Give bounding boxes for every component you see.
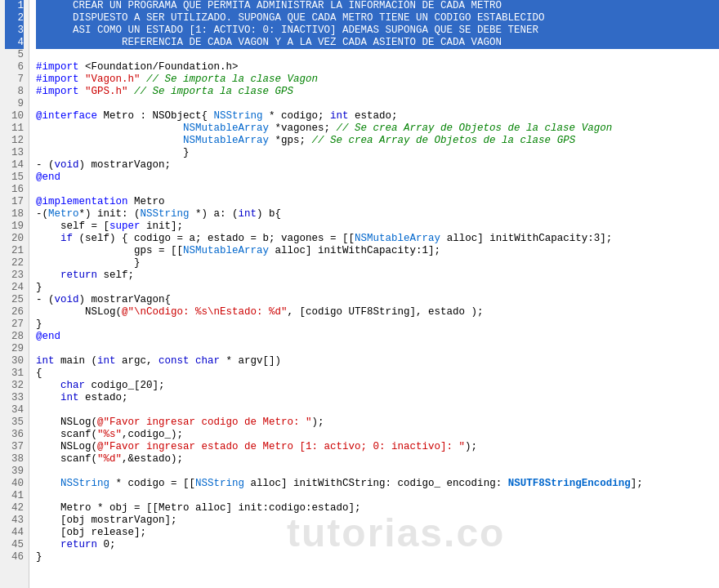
code-line: NSString * codigo = [[NSString alloc] in… [36,478,719,490]
code-line: if (self) { codigo = a; estado = b; vago… [36,233,719,245]
code-line: int estado; [36,392,719,404]
code-line [36,466,719,478]
line-number: 32 [5,380,24,392]
code-line: { [36,368,719,380]
code-line: -(Metro*) init: (NSString *) a: (int) b{ [36,208,719,220]
line-number: 16 [5,184,24,196]
code-line [36,404,719,416]
code-line: char codigo_[20]; [36,380,719,392]
line-numbers: 1234567891011121314151617181920212223242… [0,0,29,588]
code-line: Metro * obj = [[Metro alloc] init:codigo… [36,502,719,514]
line-number: 39 [5,466,24,478]
code-line: } [36,257,719,270]
line-number: 38 [5,453,24,466]
code-line: NSLog(@"Favor ingresar estado de Metro [… [36,441,719,453]
line-number: 25 [5,294,24,306]
code-line: return self; [36,270,719,282]
code-line: gps = [[NSMutableArray alloc] initWithCa… [36,245,719,257]
line-number: 17 [5,196,24,208]
code-line: #import "Vagon.h" // Se importa la clase… [36,74,719,86]
line-number: 35 [5,416,24,429]
code-line: #import "GPS.h" // Se importa la clase G… [36,86,719,98]
line-number: 23 [5,270,24,282]
line-number: 6 [5,61,24,74]
code-line: @end [36,331,719,343]
line-number: 18 [5,208,24,220]
code-line: } [36,147,719,159]
line-number: 22 [5,257,24,270]
code-line [36,98,719,110]
line-number: 24 [5,282,24,294]
line-number: 36 [5,429,24,441]
line-number: 30 [5,355,24,368]
code-container: 1234567891011121314151617181920212223242… [0,0,719,588]
line-number: 20 [5,233,24,245]
line-number: 13 [5,147,24,159]
code-line [36,49,719,61]
line-number: 11 [5,122,24,135]
line-number: 43 [5,514,24,527]
line-number: 44 [5,527,24,539]
code-line: NSMutableArray *gps; // Se crea Array de… [36,135,719,147]
line-number: 1 [5,0,24,12]
line-number: 4 [5,37,24,49]
line-number: 2 [5,12,24,24]
line-number: 26 [5,306,24,318]
line-number: 29 [5,343,24,355]
line-number: 15 [5,172,24,184]
code-line: scanf("%d",&estado); [36,453,719,466]
code-line: self = [super init]; [36,220,719,233]
code-line [36,184,719,196]
line-number: 34 [5,404,24,416]
line-number: 31 [5,368,24,380]
code-line: } [36,282,719,294]
code-line: @end [36,172,719,184]
code-line: [obj release]; [36,527,719,539]
line-number: 46 [5,551,24,564]
code-line: NSLog(@"\nCodigo: %s\nEstado: %d", [codi… [36,306,719,318]
code-line: DISPUESTO A SER UTILIZADO. SUPONGA QUE C… [36,12,719,24]
code-line: scanf("%s",codigo_); [36,429,719,441]
line-number: 8 [5,86,24,98]
line-number: 19 [5,220,24,233]
code-line: [obj mostrarVagon]; [36,514,719,527]
code-line: REFERENCIA DE CADA VAGON Y A LA VEZ CADA… [36,37,719,49]
code-line: @interface Metro : NSObject{ NSString * … [36,110,719,122]
code-line: return 0; [36,539,719,551]
code-line: ASI COMO UN ESTADO [1: ACTIVO: 0: INACTI… [36,24,719,37]
line-number: 10 [5,110,24,122]
line-number: 5 [5,49,24,61]
line-number: 41 [5,490,24,502]
code-line: NSLog(@"Favor ingresar codigo de Metro: … [36,416,719,429]
line-number: 3 [5,24,24,37]
code-line [36,343,719,355]
code-line: } [36,551,719,564]
code-line: NSMutableArray *vagones; // Se crea Arra… [36,122,719,135]
line-number: 7 [5,74,24,86]
line-number: 28 [5,331,24,343]
code-line: - (void) mostrarVagon{ [36,294,719,306]
code-line: CREAR UN PROGRAMA QUE PERMITA ADMINISTRA… [36,0,719,12]
line-number: 14 [5,159,24,172]
line-number: 27 [5,318,24,331]
line-number: 9 [5,98,24,110]
code-line: @implementation Metro [36,196,719,208]
line-number: 21 [5,245,24,257]
line-number: 40 [5,478,24,490]
code-line: #import <Foundation/Foundation.h> [36,61,719,74]
code-line: - (void) mostrarVagon; [36,159,719,172]
code-line: } [36,318,719,331]
line-number: 45 [5,539,24,551]
line-number: 12 [5,135,24,147]
code-line: int main (int argc, const char * argv[]) [36,355,719,368]
code-line [36,490,719,502]
line-number: 42 [5,502,24,514]
line-number: 33 [5,392,24,404]
line-number: 37 [5,441,24,453]
code-area[interactable]: CREAR UN PROGRAMA QUE PERMITA ADMINISTRA… [29,0,719,588]
